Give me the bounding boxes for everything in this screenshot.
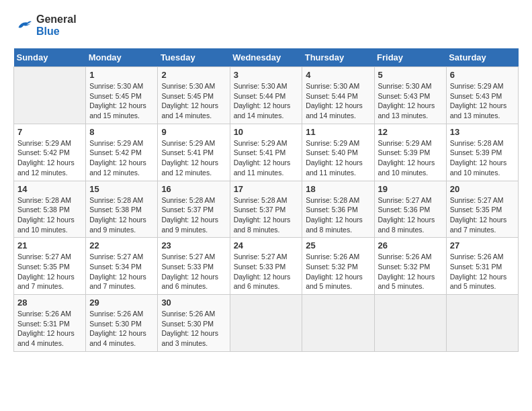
day-number: 22 xyxy=(89,240,154,250)
calendar-week-row: 28Sunrise: 5:26 AM Sunset: 5:31 PM Dayli… xyxy=(14,295,519,352)
day-number: 26 xyxy=(378,240,443,250)
day-number: 29 xyxy=(89,298,154,308)
calendar-cell: 14Sunrise: 5:28 AM Sunset: 5:38 PM Dayli… xyxy=(14,181,86,238)
day-number: 21 xyxy=(17,240,82,250)
day-number: 1 xyxy=(89,70,154,80)
day-number: 2 xyxy=(161,70,226,80)
column-header-saturday: Saturday xyxy=(446,48,518,67)
calendar-cell xyxy=(374,295,446,352)
day-number: 12 xyxy=(378,127,443,137)
day-number: 9 xyxy=(161,127,226,137)
day-info: Sunrise: 5:27 AM Sunset: 5:33 PM Dayligh… xyxy=(161,252,226,291)
day-info: Sunrise: 5:26 AM Sunset: 5:31 PM Dayligh… xyxy=(17,309,82,349)
calendar-cell: 17Sunrise: 5:28 AM Sunset: 5:37 PM Dayli… xyxy=(230,181,302,238)
day-number: 14 xyxy=(17,184,82,194)
day-info: Sunrise: 5:28 AM Sunset: 5:37 PM Dayligh… xyxy=(234,195,299,235)
calendar-cell: 13Sunrise: 5:28 AM Sunset: 5:39 PM Dayli… xyxy=(446,124,518,181)
day-info: Sunrise: 5:28 AM Sunset: 5:38 PM Dayligh… xyxy=(17,195,82,235)
day-number: 3 xyxy=(234,70,299,80)
day-info: Sunrise: 5:27 AM Sunset: 5:33 PM Dayligh… xyxy=(234,252,299,291)
calendar-cell: 1Sunrise: 5:30 AM Sunset: 5:45 PM Daylig… xyxy=(86,67,158,124)
logo-icon xyxy=(13,17,34,34)
column-header-monday: Monday xyxy=(86,48,158,67)
calendar-cell: 26Sunrise: 5:26 AM Sunset: 5:32 PM Dayli… xyxy=(374,238,446,295)
day-number: 7 xyxy=(17,127,82,137)
day-number: 18 xyxy=(306,184,370,194)
calendar-cell: 30Sunrise: 5:26 AM Sunset: 5:30 PM Dayli… xyxy=(158,295,230,352)
day-number: 25 xyxy=(306,240,370,250)
calendar-cell: 24Sunrise: 5:27 AM Sunset: 5:33 PM Dayli… xyxy=(230,238,302,295)
calendar-week-row: 14Sunrise: 5:28 AM Sunset: 5:38 PM Dayli… xyxy=(14,181,519,238)
calendar-cell: 11Sunrise: 5:29 AM Sunset: 5:40 PM Dayli… xyxy=(302,124,374,181)
calendar-cell: 16Sunrise: 5:28 AM Sunset: 5:37 PM Dayli… xyxy=(158,181,230,238)
calendar-cell: 27Sunrise: 5:26 AM Sunset: 5:31 PM Dayli… xyxy=(446,238,518,295)
day-number: 23 xyxy=(161,240,226,250)
calendar-week-row: 1Sunrise: 5:30 AM Sunset: 5:45 PM Daylig… xyxy=(14,67,519,124)
calendar-cell: 23Sunrise: 5:27 AM Sunset: 5:33 PM Dayli… xyxy=(158,238,230,295)
page-header: General Blue xyxy=(13,13,519,38)
day-number: 8 xyxy=(89,127,154,137)
logo-text: General Blue xyxy=(36,13,77,38)
calendar-cell: 2Sunrise: 5:30 AM Sunset: 5:45 PM Daylig… xyxy=(158,67,230,124)
day-number: 11 xyxy=(306,127,370,137)
day-number: 17 xyxy=(234,184,299,194)
day-info: Sunrise: 5:29 AM Sunset: 5:43 PM Dayligh… xyxy=(450,81,515,121)
calendar-cell: 25Sunrise: 5:26 AM Sunset: 5:32 PM Dayli… xyxy=(302,238,374,295)
calendar-cell: 20Sunrise: 5:27 AM Sunset: 5:35 PM Dayli… xyxy=(446,181,518,238)
calendar-cell: 7Sunrise: 5:29 AM Sunset: 5:42 PM Daylig… xyxy=(14,124,86,181)
day-info: Sunrise: 5:26 AM Sunset: 5:30 PM Dayligh… xyxy=(89,309,154,349)
day-info: Sunrise: 5:29 AM Sunset: 5:41 PM Dayligh… xyxy=(161,138,226,178)
day-info: Sunrise: 5:28 AM Sunset: 5:37 PM Dayligh… xyxy=(161,195,226,235)
calendar-cell: 15Sunrise: 5:28 AM Sunset: 5:38 PM Dayli… xyxy=(86,181,158,238)
column-header-friday: Friday xyxy=(374,48,446,67)
calendar-cell: 21Sunrise: 5:27 AM Sunset: 5:35 PM Dayli… xyxy=(14,238,86,295)
day-number: 28 xyxy=(17,298,82,308)
calendar-cell: 12Sunrise: 5:29 AM Sunset: 5:39 PM Dayli… xyxy=(374,124,446,181)
day-info: Sunrise: 5:29 AM Sunset: 5:40 PM Dayligh… xyxy=(306,138,370,178)
calendar-cell: 8Sunrise: 5:29 AM Sunset: 5:42 PM Daylig… xyxy=(86,124,158,181)
day-info: Sunrise: 5:27 AM Sunset: 5:35 PM Dayligh… xyxy=(17,252,82,291)
day-info: Sunrise: 5:30 AM Sunset: 5:45 PM Dayligh… xyxy=(89,81,154,121)
calendar-cell xyxy=(14,67,86,124)
calendar-week-row: 7Sunrise: 5:29 AM Sunset: 5:42 PM Daylig… xyxy=(14,124,519,181)
day-info: Sunrise: 5:26 AM Sunset: 5:30 PM Dayligh… xyxy=(161,309,226,349)
column-header-sunday: Sunday xyxy=(14,48,86,67)
calendar-cell: 4Sunrise: 5:30 AM Sunset: 5:44 PM Daylig… xyxy=(302,67,374,124)
day-info: Sunrise: 5:29 AM Sunset: 5:39 PM Dayligh… xyxy=(378,138,443,178)
day-info: Sunrise: 5:30 AM Sunset: 5:45 PM Dayligh… xyxy=(161,81,226,121)
calendar-cell: 5Sunrise: 5:30 AM Sunset: 5:43 PM Daylig… xyxy=(374,67,446,124)
day-info: Sunrise: 5:26 AM Sunset: 5:32 PM Dayligh… xyxy=(378,252,443,291)
day-info: Sunrise: 5:29 AM Sunset: 5:42 PM Dayligh… xyxy=(89,138,154,178)
day-number: 19 xyxy=(378,184,443,194)
day-info: Sunrise: 5:27 AM Sunset: 5:34 PM Dayligh… xyxy=(89,252,154,291)
day-number: 15 xyxy=(89,184,154,194)
calendar-table: SundayMondayTuesdayWednesdayThursdayFrid… xyxy=(13,48,519,352)
day-number: 27 xyxy=(450,240,515,250)
calendar-cell: 10Sunrise: 5:29 AM Sunset: 5:41 PM Dayli… xyxy=(230,124,302,181)
day-number: 6 xyxy=(450,70,515,80)
logo: General Blue xyxy=(13,13,77,38)
day-info: Sunrise: 5:30 AM Sunset: 5:44 PM Dayligh… xyxy=(234,81,299,121)
calendar-cell: 3Sunrise: 5:30 AM Sunset: 5:44 PM Daylig… xyxy=(230,67,302,124)
column-header-tuesday: Tuesday xyxy=(158,48,230,67)
day-info: Sunrise: 5:27 AM Sunset: 5:35 PM Dayligh… xyxy=(450,195,515,235)
calendar-week-row: 21Sunrise: 5:27 AM Sunset: 5:35 PM Dayli… xyxy=(14,238,519,295)
day-info: Sunrise: 5:28 AM Sunset: 5:39 PM Dayligh… xyxy=(450,138,515,178)
day-number: 30 xyxy=(161,298,226,308)
day-number: 4 xyxy=(306,70,370,80)
day-number: 20 xyxy=(450,184,515,194)
day-number: 13 xyxy=(450,127,515,137)
day-info: Sunrise: 5:30 AM Sunset: 5:43 PM Dayligh… xyxy=(378,81,443,121)
column-header-wednesday: Wednesday xyxy=(230,48,302,67)
calendar-cell xyxy=(446,295,518,352)
calendar-header-row: SundayMondayTuesdayWednesdayThursdayFrid… xyxy=(14,48,519,67)
day-info: Sunrise: 5:27 AM Sunset: 5:36 PM Dayligh… xyxy=(378,195,443,235)
calendar-cell: 18Sunrise: 5:28 AM Sunset: 5:36 PM Dayli… xyxy=(302,181,374,238)
day-info: Sunrise: 5:26 AM Sunset: 5:31 PM Dayligh… xyxy=(450,252,515,291)
day-info: Sunrise: 5:29 AM Sunset: 5:42 PM Dayligh… xyxy=(17,138,82,178)
calendar-cell: 29Sunrise: 5:26 AM Sunset: 5:30 PM Dayli… xyxy=(86,295,158,352)
day-info: Sunrise: 5:29 AM Sunset: 5:41 PM Dayligh… xyxy=(234,138,299,178)
day-info: Sunrise: 5:28 AM Sunset: 5:36 PM Dayligh… xyxy=(306,195,370,235)
calendar-cell: 28Sunrise: 5:26 AM Sunset: 5:31 PM Dayli… xyxy=(14,295,86,352)
column-header-thursday: Thursday xyxy=(302,48,374,67)
